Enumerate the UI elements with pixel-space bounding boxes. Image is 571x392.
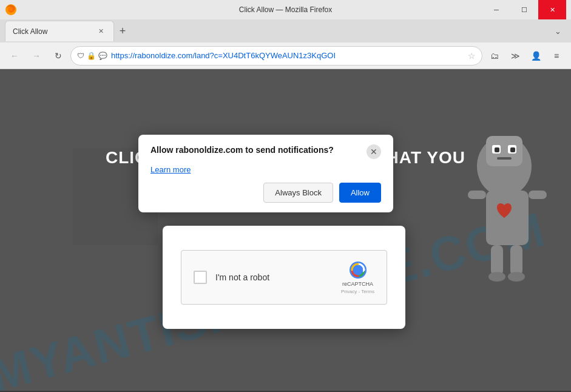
svg-point-15 (508, 272, 525, 282)
bookmark-star-icon[interactable]: ☆ (468, 51, 476, 61)
page-content: MYANTISPYWARE.COM CLICK «ALLOW» TO CONFI… (0, 69, 571, 391)
minimize-button[interactable]: ─ (482, 0, 510, 19)
back-button[interactable]: ← (5, 46, 24, 66)
notif-header: Allow rabonoldize.com to send notificati… (150, 144, 381, 159)
svg-point-1 (8, 7, 14, 13)
window-controls: ─ ☐ ✕ (482, 0, 566, 19)
tab-bar: Click Allow ✕ + ⌄ (0, 19, 571, 42)
captcha-label: I'm not a robot (215, 272, 333, 282)
firefox-logo (5, 4, 17, 16)
captcha-logo-area: reCAPTCHA Privacy - Terms (341, 260, 374, 294)
shield-icon: 🛡 (77, 52, 84, 60)
svg-rect-10 (468, 191, 486, 199)
svg-rect-8 (497, 157, 512, 160)
new-tab-button[interactable]: + (114, 22, 131, 39)
svg-rect-3 (486, 136, 522, 166)
tab-title: Click Allow (13, 27, 90, 36)
window-title: Click Allow — Mozilla Firefox (239, 5, 332, 14)
reload-button[interactable]: ↻ (49, 46, 68, 66)
notif-title: Allow rabonoldize.com to send notificati… (150, 144, 360, 157)
svg-rect-11 (529, 191, 547, 199)
pocket-button[interactable]: 🗂 (485, 46, 504, 66)
captcha-checkbox[interactable] (194, 271, 207, 284)
recaptcha-icon (348, 260, 368, 280)
title-bar: Click Allow — Mozilla Firefox ─ ☐ ✕ (0, 0, 571, 19)
robot-svg (450, 118, 547, 312)
learn-more-link[interactable]: Learn more (150, 165, 381, 174)
notification-popup: Allow rabonoldize.com to send notificati… (138, 135, 393, 212)
robot-character (450, 118, 547, 300)
lock-icon: 🔒 (87, 52, 96, 60)
nav-bar: ← → ↻ 🛡 🔒 💬 ☆ 🗂 ≫ 👤 ≡ (0, 42, 571, 69)
captcha-popup: I'm not a robot reCAPTCHA Privacy - Term… (163, 226, 405, 329)
address-bar[interactable]: 🛡 🔒 💬 ☆ (70, 46, 482, 66)
captcha-box: I'm not a robot reCAPTCHA Privacy - Term… (181, 250, 387, 305)
svg-point-14 (488, 272, 505, 282)
always-block-button[interactable]: Always Block (263, 183, 333, 203)
forward-button[interactable]: → (27, 46, 46, 66)
extensions-button[interactable]: ≫ (505, 46, 525, 66)
address-icons: 🛡 🔒 💬 (77, 52, 107, 60)
privacy-link[interactable]: Privacy (341, 289, 357, 294)
notif-buttons: Always Block Allow (150, 183, 381, 203)
profile-button[interactable]: 👤 (526, 46, 546, 66)
notification-icon: 💬 (98, 52, 107, 60)
notif-close-button[interactable]: ✕ (367, 144, 381, 159)
tab-overflow-button[interactable]: ⌄ (549, 22, 566, 39)
svg-rect-9 (486, 191, 529, 245)
recaptcha-links: Privacy - Terms (341, 289, 374, 294)
title-bar-left (5, 4, 17, 16)
recaptcha-label: reCAPTCHA (342, 281, 373, 288)
allow-button[interactable]: Allow (339, 183, 381, 203)
tab-close-button[interactable]: ✕ (95, 26, 106, 37)
svg-rect-13 (510, 245, 522, 275)
close-button[interactable]: ✕ (538, 0, 566, 19)
svg-rect-12 (491, 245, 503, 275)
menu-button[interactable]: ≡ (547, 46, 566, 66)
toolbar-right: 🗂 ≫ 👤 ≡ (485, 46, 566, 66)
restore-button[interactable]: ☐ (510, 0, 538, 19)
browser-chrome: Click Allow — Mozilla Firefox ─ ☐ ✕ Clic… (0, 0, 571, 69)
active-tab[interactable]: Click Allow ✕ (5, 21, 114, 41)
svg-rect-7 (510, 147, 515, 152)
url-input[interactable] (111, 51, 464, 60)
terms-link[interactable]: Terms (361, 289, 374, 294)
svg-rect-6 (495, 147, 499, 152)
